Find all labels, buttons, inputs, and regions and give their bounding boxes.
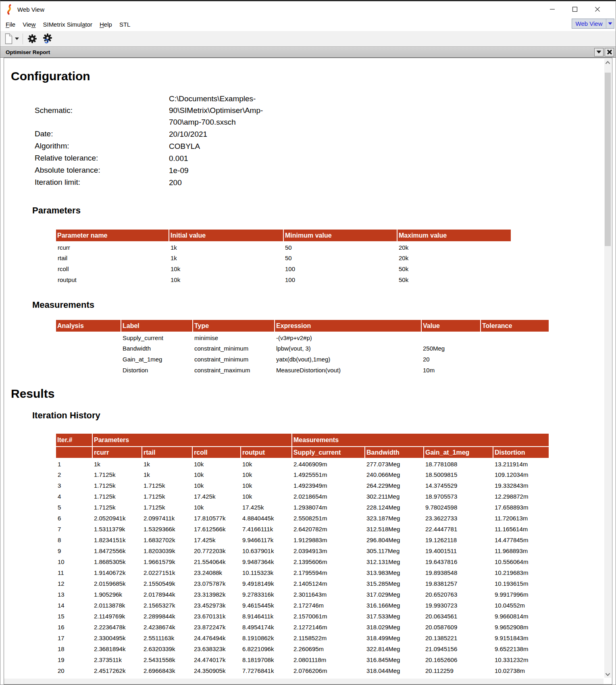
table-cell: 10.219683m bbox=[493, 567, 549, 578]
table-cell: 22.4447781 bbox=[424, 524, 493, 535]
vertical-scrollbar[interactable] bbox=[604, 59, 611, 678]
table-cell: 24.350905k bbox=[192, 665, 241, 676]
column-header: routput bbox=[241, 447, 292, 458]
config-value: 200 bbox=[169, 176, 287, 188]
close-button[interactable] bbox=[591, 4, 604, 15]
table-cell: 100 bbox=[283, 274, 397, 285]
table-row: 51.7125k1.7125k10k17.425k1.2938074m228.1… bbox=[56, 502, 549, 513]
column-header: rcoll bbox=[192, 447, 241, 458]
table-cell: 23.452973k bbox=[192, 600, 241, 611]
table-cell: 21.0945156 bbox=[424, 643, 493, 654]
menu-item-view[interactable]: View bbox=[19, 19, 39, 30]
table-cell: 2.0227151k bbox=[142, 567, 192, 578]
table-row: 131.905296k2.0178944k23.313982k9.2783316… bbox=[56, 589, 549, 600]
panel-collapse-button[interactable] bbox=[594, 48, 604, 56]
table-cell: 2.0997411k bbox=[142, 513, 192, 524]
table-cell: 2.1158522m bbox=[292, 633, 365, 643]
horizontal-scrollbar-track[interactable] bbox=[4, 679, 604, 684]
table-cell: 3 bbox=[56, 480, 92, 491]
table-cell: 2.3011643m bbox=[292, 589, 365, 600]
menu-item-simetrix-simulator[interactable]: SIMetrix Simulator bbox=[39, 19, 96, 30]
table-row: 91.8472556k1.8203039k20.772203k10.637901… bbox=[56, 545, 549, 556]
table-cell: 10k bbox=[169, 274, 283, 285]
table-cell: 2.2899844k bbox=[142, 611, 192, 622]
column-header: Tolerance bbox=[481, 320, 549, 332]
table-cell: 2.1570061m bbox=[292, 611, 365, 622]
table-header-row: rcurrrtailrcollroutputSupply_currentBand… bbox=[56, 447, 549, 458]
table-cell: 20 bbox=[421, 354, 481, 365]
table-cell: 1.5311379k bbox=[92, 524, 142, 535]
gear-refresh-icon bbox=[42, 33, 53, 44]
table-cell: 19.8938548 bbox=[424, 567, 493, 578]
scroll-up-button[interactable] bbox=[604, 59, 611, 66]
table-cell: 23.872247k bbox=[192, 622, 241, 633]
column-header: Value bbox=[421, 320, 481, 332]
table-cell: 312.518Meg bbox=[365, 524, 424, 535]
table-cell: 1.2938074m bbox=[292, 502, 365, 513]
table-cell: 12 bbox=[56, 578, 92, 589]
table-cell: 1.9140672k bbox=[92, 567, 142, 578]
config-label: Date: bbox=[35, 128, 169, 140]
new-document-button[interactable] bbox=[3, 32, 14, 45]
group-header: Parameters bbox=[92, 434, 292, 447]
maximize-button[interactable] bbox=[569, 4, 581, 15]
menu-item-help[interactable]: Help bbox=[96, 19, 116, 30]
table-cell: 312.131Meg bbox=[365, 556, 424, 567]
refresh-gear-button[interactable] bbox=[42, 33, 54, 45]
iteration-table: Iter.#ParametersMeasurements rcurrrtailr… bbox=[56, 434, 549, 679]
table-cell: 7 bbox=[56, 524, 92, 535]
table-cell: 2.0178944k bbox=[142, 589, 192, 600]
table-cell bbox=[56, 332, 121, 343]
config-row: Relative tolerance:0.001 bbox=[35, 152, 287, 164]
panel-close-button[interactable] bbox=[605, 48, 614, 56]
table-cell: 264.229Meg bbox=[365, 480, 424, 491]
table-cell: 11 bbox=[56, 567, 92, 578]
table-cell: 1.4925551m bbox=[292, 469, 365, 480]
table-cell: 6.8221096k bbox=[241, 643, 292, 654]
new-document-dropdown[interactable] bbox=[14, 37, 20, 41]
table-cell: 10k bbox=[241, 480, 292, 491]
table-cell: 2.1550549k bbox=[142, 578, 192, 589]
table-cell: 9.2783316k bbox=[241, 589, 292, 600]
table-cell: constraint_maximum bbox=[193, 365, 275, 376]
menu-item-file[interactable]: File bbox=[2, 19, 19, 30]
table-cell: 2.0218654m bbox=[292, 491, 365, 502]
menu-item-stl[interactable]: STL bbox=[116, 19, 134, 30]
table-cell: 19.4001511 bbox=[424, 545, 493, 556]
table-cell: 1.7125k bbox=[92, 469, 142, 480]
settings-gear-button[interactable] bbox=[27, 33, 38, 44]
toolbar-separator bbox=[23, 33, 23, 44]
table-row: 122.0159685k2.1550549k23.075787k9.491814… bbox=[56, 578, 549, 589]
minimize-button[interactable] bbox=[546, 4, 558, 15]
table-cell: 10k bbox=[192, 480, 241, 491]
table-cell bbox=[56, 354, 121, 365]
table-cell bbox=[481, 332, 549, 343]
table-cell bbox=[481, 365, 549, 376]
column-header: Parameter name bbox=[56, 230, 169, 242]
table-row: 162.2236478k2.4238674k23.872247k8.495417… bbox=[56, 622, 549, 633]
column-header bbox=[56, 447, 92, 458]
table-cell: 250Meg bbox=[421, 343, 481, 354]
table-cell: 316.845Meg bbox=[365, 654, 424, 665]
table-cell: 18.5009815 bbox=[424, 469, 493, 480]
table-cell: 1k bbox=[92, 458, 142, 469]
table-cell: Distortion bbox=[121, 365, 193, 376]
table-cell: 1.905296k bbox=[92, 589, 142, 600]
table-row: 182.3681894k2.6320339k23.638323k6.822109… bbox=[56, 643, 549, 654]
scroll-down-button[interactable] bbox=[604, 671, 611, 678]
table-cell: 20.0634561 bbox=[424, 611, 493, 622]
table-cell: 18.9705573 bbox=[424, 491, 493, 502]
scrollbar-thumb[interactable] bbox=[605, 73, 611, 246]
table-cell: 11.165614m bbox=[493, 524, 549, 535]
table-cell: 19.1262118 bbox=[424, 535, 493, 545]
column-header: Maximum value bbox=[397, 230, 511, 242]
view-selector[interactable]: Web View bbox=[572, 19, 614, 29]
table-cell: 4.8840445k bbox=[241, 513, 292, 524]
table-cell bbox=[481, 354, 549, 365]
group-header: Iter.# bbox=[56, 434, 92, 447]
column-header: Type bbox=[193, 320, 275, 332]
table-cell: 9.9652908m bbox=[493, 622, 549, 633]
table-cell: 1.8685305k bbox=[92, 556, 142, 567]
config-row: Absolute tolerance:1e-09 bbox=[35, 164, 287, 176]
window-controls bbox=[546, 4, 616, 15]
